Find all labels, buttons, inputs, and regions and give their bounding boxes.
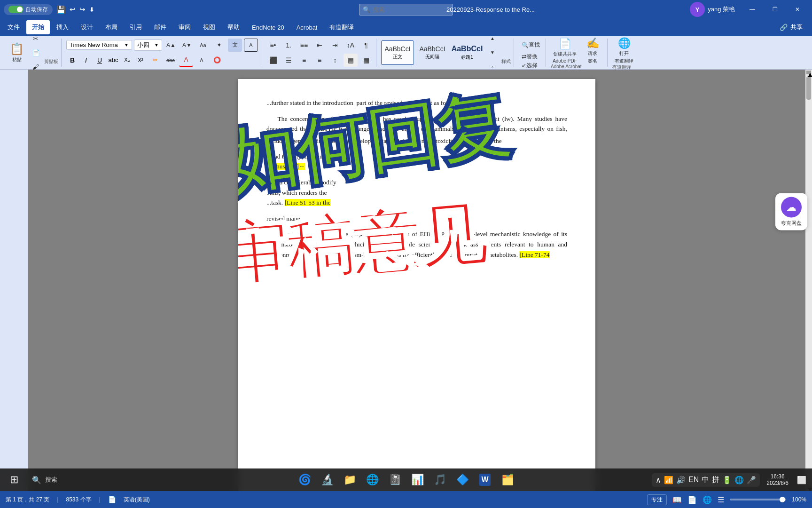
numbering-button[interactable]: 1. (281, 39, 296, 52)
line-spacing-button[interactable]: ↕ (328, 54, 342, 67)
align-right-button[interactable]: ≡ (297, 54, 311, 67)
char-highlight2-button[interactable]: A (195, 54, 209, 67)
save-icon[interactable]: 💾 (56, 5, 66, 14)
extra-btn1[interactable]: ⭕ (210, 54, 224, 67)
font-case-button[interactable]: Aa (196, 39, 210, 52)
tray-battery-icon[interactable]: 🔋 (722, 476, 732, 484)
tray-input-en[interactable]: EN (688, 476, 699, 484)
taskbar-search[interactable]: 🔍 搜索 (26, 469, 63, 490)
create-pdf-button[interactable]: 📄 创建共共享 Adobe PDF (551, 39, 579, 63)
justify-button[interactable]: ≡ (312, 54, 327, 67)
font-selector[interactable]: Times New Roma ▼ (66, 40, 132, 50)
menu-mailings[interactable]: 邮件 (148, 20, 172, 34)
close-button[interactable]: ✕ (787, 2, 808, 17)
request-sign-button[interactable]: ✍ 请求 签名 (581, 39, 604, 63)
menu-file[interactable]: 文件 (2, 20, 25, 34)
tray-mic-icon[interactable]: 🎤 (747, 476, 756, 484)
show-marks-button[interactable]: ¶ (359, 39, 373, 52)
superscript-button[interactable]: X² (134, 54, 147, 66)
paste-button[interactable]: 📋 粘贴 (7, 40, 27, 65)
multilevel-list-button[interactable]: ≡≡ (297, 39, 311, 52)
customize-icon[interactable]: ⬇ (89, 6, 94, 13)
redo-icon[interactable]: ↪ (79, 5, 86, 14)
menu-review[interactable]: 审阅 (173, 20, 196, 34)
zoom-slider[interactable] (730, 499, 786, 500)
font-color-button[interactable]: A (179, 54, 193, 67)
clear-format-button[interactable]: ✦ (212, 39, 226, 52)
tray-volume-icon[interactable]: 🔊 (676, 476, 686, 484)
find-button[interactable]: 🔍 查找 (519, 39, 543, 52)
taskbar-app-files[interactable]: 🗂️ (497, 469, 518, 490)
decrease-indent-button[interactable]: ⇤ (312, 39, 327, 52)
read-view-icon[interactable]: 📖 (672, 495, 682, 504)
bullets-button[interactable]: ≡• (266, 39, 280, 52)
char-border-button[interactable]: A (244, 39, 258, 52)
select-button[interactable]: ↙ 选择 (519, 62, 540, 70)
print-view-icon[interactable]: 📄 (687, 495, 697, 504)
replace-button[interactable]: ⇄ 替换 (519, 53, 540, 61)
bold-button[interactable]: B (66, 54, 78, 66)
menu-layout[interactable]: 布局 (100, 20, 123, 34)
border-button[interactable]: ▦ (359, 54, 373, 67)
taskbar-app-onenote[interactable]: 📓 (384, 469, 405, 490)
strikethrough-button[interactable]: abc (107, 54, 119, 66)
focus-button[interactable]: 专注 (647, 494, 667, 505)
taskbar-app-browser[interactable]: 🌐 (362, 469, 383, 490)
decrease-font-button[interactable]: A▼ (180, 39, 194, 52)
tray-wifi-icon[interactable]: 📶 (664, 476, 673, 484)
tray-network-icon[interactable]: 🌐 (734, 476, 744, 484)
zoom-slider-thumb[interactable] (780, 497, 785, 502)
style-heading1[interactable]: AaBbCcI 标题1 (451, 40, 484, 65)
menu-help[interactable]: 帮助 (222, 20, 245, 34)
cloud-widget[interactable]: ☁ 夸克网盘 (775, 193, 807, 230)
web-view-icon[interactable]: 🌐 (703, 495, 712, 504)
start-button[interactable]: ⊞ (4, 469, 24, 490)
search-input[interactable] (359, 4, 453, 16)
menu-design[interactable]: 设计 (75, 20, 99, 34)
taskbar-app-media[interactable]: 🎵 (429, 469, 450, 490)
taskbar-app-edge[interactable]: 🌀 (294, 469, 315, 490)
menu-acrobat[interactable]: Acrobat (291, 21, 323, 34)
share-button[interactable]: 🔗 共享 (772, 21, 810, 33)
style-no-spacing[interactable]: AaBbCcI 无间隔 (416, 40, 449, 65)
align-center-button[interactable]: ☰ (281, 54, 296, 67)
copy-button[interactable]: 📄 (29, 46, 43, 59)
taskbar-app-word[interactable]: W (475, 469, 495, 490)
menu-youdao[interactable]: 有道翻译 (324, 20, 359, 34)
clock[interactable]: 16:36 2023/8/6 (763, 471, 792, 488)
styles-scroll-down[interactable]: ▼ (485, 46, 500, 59)
autosave-toggle[interactable] (8, 6, 23, 13)
tray-expand-icon[interactable]: ∧ (656, 476, 661, 484)
strikethrough2-button[interactable]: abc (164, 54, 178, 67)
increase-font-button[interactable]: A▲ (164, 39, 178, 52)
vertical-scrollbar[interactable]: ▲ ▼ (805, 70, 812, 491)
char-shading-button[interactable]: 文 (228, 39, 242, 52)
taskbar-app-excel[interactable]: 📊 (407, 469, 428, 490)
menu-insert[interactable]: 插入 (51, 20, 74, 34)
align-left-button[interactable]: ⬛ (266, 54, 280, 67)
undo-icon[interactable]: ↩ (70, 5, 76, 14)
tray-input-pin[interactable]: 拼 (712, 475, 719, 485)
autosave-badge[interactable]: 自动保存 (4, 4, 53, 15)
taskbar-app-blue[interactable]: 🔷 (452, 469, 473, 490)
highlight-button[interactable]: ✏ (148, 54, 162, 67)
menu-references[interactable]: 引用 (124, 20, 148, 34)
show-desktop-button[interactable]: ⬜ (795, 476, 808, 484)
menu-endnote[interactable]: EndNote 20 (246, 21, 290, 34)
styles-scroll-up[interactable]: ▲ (485, 32, 500, 45)
view-mode-icon[interactable]: ☰ (718, 495, 724, 504)
scroll-thumb[interactable] (806, 76, 811, 100)
underline-button[interactable]: U (94, 54, 106, 66)
shading-button[interactable]: ▤ (344, 54, 358, 67)
taskbar-app-folder[interactable]: 📁 (339, 469, 360, 490)
document-page[interactable]: 如何回复 审稿意见 ...further stated in the intro… (238, 79, 595, 491)
menu-view[interactable]: 视图 (197, 20, 221, 34)
size-selector[interactable]: 小四 ▼ (134, 40, 162, 51)
scroll-up-arrow[interactable]: ▲ (806, 71, 811, 74)
cut-button[interactable]: ✂ (29, 32, 43, 45)
restore-button[interactable]: ❐ (764, 2, 786, 17)
tray-input-cn[interactable]: 中 (702, 475, 709, 485)
increase-indent-button[interactable]: ⇥ (328, 39, 342, 52)
user-avatar[interactable]: Y (690, 2, 705, 17)
style-normal[interactable]: AaBbCcI 正文 (381, 40, 414, 65)
